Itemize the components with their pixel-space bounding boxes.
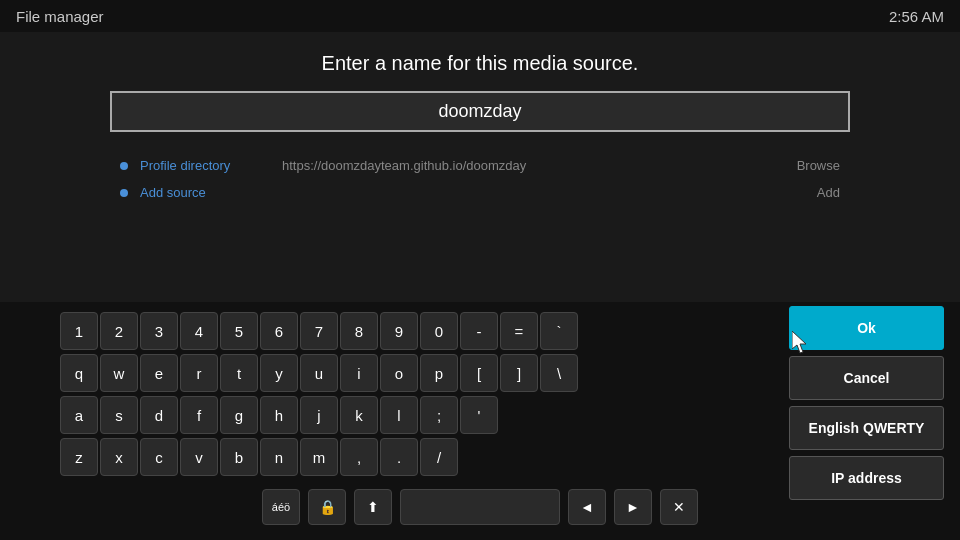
key-0[interactable]: 0	[420, 312, 458, 350]
key-backslash[interactable]: \	[540, 354, 578, 392]
key-y[interactable]: y	[260, 354, 298, 392]
key-lbracket[interactable]: [	[460, 354, 498, 392]
key-row-numbers: 1 2 3 4 5 6 7 8 9 0 - = `	[60, 312, 578, 350]
key-l[interactable]: l	[380, 396, 418, 434]
key-e[interactable]: e	[140, 354, 178, 392]
key-m[interactable]: m	[300, 438, 338, 476]
clock: 2:56 AM	[889, 8, 944, 25]
key-v[interactable]: v	[180, 438, 218, 476]
ip-address-button[interactable]: IP address	[789, 456, 944, 500]
side-buttons: Ok Cancel English QWERTY IP address	[789, 306, 944, 500]
key-backspace[interactable]: ✕	[660, 489, 698, 525]
key-2[interactable]: 2	[100, 312, 138, 350]
dot-icon-2	[120, 189, 128, 197]
key-special-chars[interactable]: áéö	[262, 489, 300, 525]
key-lock[interactable]: 🔒	[308, 489, 346, 525]
key-minus[interactable]: -	[460, 312, 498, 350]
key-b[interactable]: b	[220, 438, 258, 476]
keyboard-layout-button[interactable]: English QWERTY	[789, 406, 944, 450]
ok-button[interactable]: Ok	[789, 306, 944, 350]
cancel-button[interactable]: Cancel	[789, 356, 944, 400]
key-left-arrow[interactable]: ◄	[568, 489, 606, 525]
key-g[interactable]: g	[220, 396, 258, 434]
input-wrapper	[110, 91, 850, 132]
key-z[interactable]: z	[60, 438, 98, 476]
key-a[interactable]: a	[60, 396, 98, 434]
key-1[interactable]: 1	[60, 312, 98, 350]
media-source-name-input[interactable]	[110, 91, 850, 132]
key-r[interactable]: r	[180, 354, 218, 392]
key-i[interactable]: i	[340, 354, 378, 392]
key-backtick[interactable]: `	[540, 312, 578, 350]
fm-row-profile: Profile directory https://doomzdayteam.g…	[110, 152, 850, 179]
key-8[interactable]: 8	[340, 312, 378, 350]
key-h[interactable]: h	[260, 396, 298, 434]
key-slash[interactable]: /	[420, 438, 458, 476]
key-j[interactable]: j	[300, 396, 338, 434]
key-shift[interactable]: ⬆	[354, 489, 392, 525]
key-s[interactable]: s	[100, 396, 138, 434]
key-p[interactable]: p	[420, 354, 458, 392]
key-equals[interactable]: =	[500, 312, 538, 350]
key-4[interactable]: 4	[180, 312, 218, 350]
key-spacebar[interactable]	[400, 489, 560, 525]
file-manager-rows: Profile directory https://doomzdayteam.g…	[110, 152, 850, 206]
key-semicolon[interactable]: ;	[420, 396, 458, 434]
key-comma[interactable]: ,	[340, 438, 378, 476]
dialog-prompt: Enter a name for this media source.	[322, 52, 639, 75]
key-5[interactable]: 5	[220, 312, 258, 350]
key-q[interactable]: q	[60, 354, 98, 392]
fm-label-profile: Profile directory	[140, 158, 270, 173]
key-c[interactable]: c	[140, 438, 178, 476]
key-quote[interactable]: '	[460, 396, 498, 434]
key-row-qwerty: q w e r t y u i o p [ ] \	[60, 354, 578, 392]
fm-label-add: Add source	[140, 185, 270, 200]
dot-icon	[120, 162, 128, 170]
key-row-zxcv: z x c v b n m , . /	[60, 438, 458, 476]
key-k[interactable]: k	[340, 396, 378, 434]
key-n[interactable]: n	[260, 438, 298, 476]
key-7[interactable]: 7	[300, 312, 338, 350]
key-rbracket[interactable]: ]	[500, 354, 538, 392]
fm-action-browse: Browse	[797, 158, 840, 173]
key-3[interactable]: 3	[140, 312, 178, 350]
key-9[interactable]: 9	[380, 312, 418, 350]
fm-url-profile: https://doomzdayteam.github.io/doomzday	[282, 158, 785, 173]
key-o[interactable]: o	[380, 354, 418, 392]
key-u[interactable]: u	[300, 354, 338, 392]
fm-action-add: Add	[817, 185, 840, 200]
key-row-asdf: a s d f g h j k l ; '	[60, 396, 498, 434]
fm-row-add: Add source Add	[110, 179, 850, 206]
key-t[interactable]: t	[220, 354, 258, 392]
title-bar: File manager 2:56 AM	[0, 0, 960, 32]
key-w[interactable]: w	[100, 354, 138, 392]
key-f[interactable]: f	[180, 396, 218, 434]
key-right-arrow[interactable]: ►	[614, 489, 652, 525]
app-title: File manager	[16, 8, 104, 25]
key-d[interactable]: d	[140, 396, 178, 434]
key-x[interactable]: x	[100, 438, 138, 476]
key-6[interactable]: 6	[260, 312, 298, 350]
key-period[interactable]: .	[380, 438, 418, 476]
